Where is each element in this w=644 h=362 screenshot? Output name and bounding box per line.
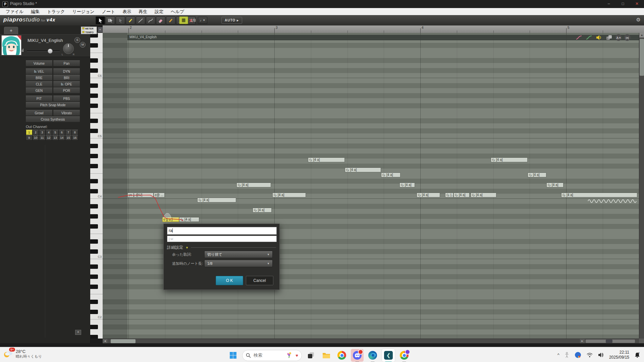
phoneme-input[interactable]: j u: [167,236,277,242]
menu-help[interactable]: ヘルプ [167,8,188,15]
maximize-button[interactable]: □ [616,0,630,8]
region-header[interactable]: MIKU_V4_English [127,35,639,40]
note[interactable]: ら [4 a] [179,217,199,222]
panel-button-vel[interactable]: VEL [25,68,53,74]
piano-key-black[interactable] [90,264,98,269]
note[interactable]: ら [4 a] [561,193,637,197]
piano-key-black[interactable] [90,335,98,339]
panel-button-pbs[interactable]: PBS [53,96,80,102]
hidden-icons-chevron[interactable]: ^ [557,352,559,357]
layers-icon[interactable]: L [605,34,613,41]
auto-button[interactable]: AUTO ▸ [221,17,242,24]
panel-button-growl[interactable]: Growl [25,110,53,116]
panel-button-por[interactable]: POR [53,87,80,94]
note[interactable]: ら [4 a] [546,183,564,187]
scroll-right-button[interactable]: ► [580,339,585,344]
piano-key-black[interactable] [90,144,98,148]
piano-key-black[interactable] [90,214,98,219]
note[interactable]: ら [4 a] [471,193,496,197]
channel-5[interactable]: 5 [52,130,59,135]
region-pointer-tool[interactable] [106,16,115,24]
task-view-button[interactable] [305,349,317,362]
piano-key-black[interactable] [90,204,98,208]
panel-button-cle[interactable]: CLE [25,81,53,87]
note-selected[interactable]: o [j u:] [162,217,179,222]
kana-toggle-icon[interactable]: あA [615,34,622,41]
note[interactable]: ら |... [445,193,453,197]
channel-15[interactable]: 15 [65,135,72,140]
panel-button-pan[interactable]: Pan [53,60,80,66]
vertical-scroll-thumb[interactable] [640,39,644,76]
onedrive-icon[interactable] [574,351,582,359]
panel-button-gen[interactable]: GEN [25,87,53,94]
edge-button[interactable] [366,349,379,362]
eraser-tool[interactable] [156,16,165,24]
piano-key-black[interactable] [90,249,98,254]
pitch-line-icon[interactable] [575,34,583,41]
panel-button-ope[interactable]: OPE [53,81,80,87]
panel-button-pit[interactable]: PIT [25,96,53,102]
channel-3[interactable]: 3 [39,130,46,135]
channel-1[interactable]: 1 [26,130,33,135]
channel-2[interactable]: 2 [33,130,39,135]
cancel-button[interactable]: Cancel [246,276,273,285]
piapro-studio-taskbar-button[interactable]: ❮ [382,349,395,362]
menu-edit[interactable]: 編集 [27,8,43,15]
file-explorer-button[interactable] [320,349,333,362]
horizontal-scroll-thumb[interactable] [111,339,136,343]
piano-key-black[interactable] [90,119,98,123]
channel-16[interactable]: 16 [72,135,78,140]
note[interactable]: ら [4 a] [253,208,272,213]
panel-button-bri[interactable]: BRI [53,75,80,81]
add-track-button[interactable]: + [4,27,18,34]
piano-key-black[interactable] [90,129,98,133]
meter-tempo-box[interactable]: METER TEMPO [81,26,97,34]
menu-region[interactable]: リージョン [68,8,98,15]
note-length-dropdown[interactable]: ♪ ▼ [198,17,207,24]
piano-key-black[interactable] [90,164,98,168]
menu-track[interactable]: トラック [43,8,68,15]
pointer-tool[interactable] [96,16,105,24]
measure-ruler[interactable]: 2345 [103,25,644,33]
speaker-icon[interactable] [595,34,603,41]
pan-knob[interactable] [63,43,74,54]
phoneme-toggle-icon[interactable]: [a] [624,34,631,41]
zoom-slider-thumb[interactable] [606,340,612,343]
dropdown-overflow-lyrics[interactable]: 切り捨て▼ [204,251,273,258]
piano-key-black[interactable] [90,58,98,63]
channel-7[interactable]: 7 [65,130,72,135]
menu-note[interactable]: ノート [98,8,119,15]
note[interactable]: ら [4 a] [491,158,528,162]
piano-key-black[interactable] [90,275,98,279]
panel-button-dyn[interactable]: DYN [53,68,80,74]
channel-4[interactable]: 4 [46,130,52,135]
note[interactable]: ら [4 a] [197,198,236,202]
speaker-icon[interactable] [598,352,604,358]
piano-key-black[interactable] [90,68,98,73]
chrome-profile-button[interactable] [398,349,411,362]
piano-key-black[interactable] [90,224,98,229]
piano-roll-grid[interactable]: MIKU_V4_English yo [j @U]z@ ...ら [4 a]ら … [103,33,639,339]
volume-slider[interactable] [27,51,60,52]
line-tool[interactable] [136,16,145,24]
piano-key-black[interactable] [90,43,98,48]
discord-button[interactable] [351,349,364,362]
search-box[interactable]: 検索 ♥ [242,350,302,361]
piano-keyboard[interactable]: C6C5C4C3C2 [90,33,103,339]
gear-icon[interactable]: ⚙ [636,17,641,23]
note[interactable]: ら [4 a] [345,168,381,172]
track-name[interactable]: MIKU_V4_English [28,38,63,43]
wifi-icon[interactable] [586,352,593,358]
lyric-input[interactable]: ra [167,227,277,235]
piano-key-black[interactable] [90,83,98,88]
note[interactable]: yo [j @U] [127,193,154,197]
menu-play[interactable]: 再生 [135,8,151,15]
piano-key-black[interactable] [90,189,98,193]
glue-tool[interactable] [166,16,175,24]
close-button[interactable]: ✕ [630,0,644,8]
menu-file[interactable]: ファイル [2,8,27,15]
pitch-snap-icon[interactable] [585,34,593,41]
note[interactable]: ら [4 a] [236,183,271,187]
track-header[interactable]: MIKU_V4_English S M L R [0,34,90,57]
note[interactable]: ら [4 a] [417,193,440,197]
